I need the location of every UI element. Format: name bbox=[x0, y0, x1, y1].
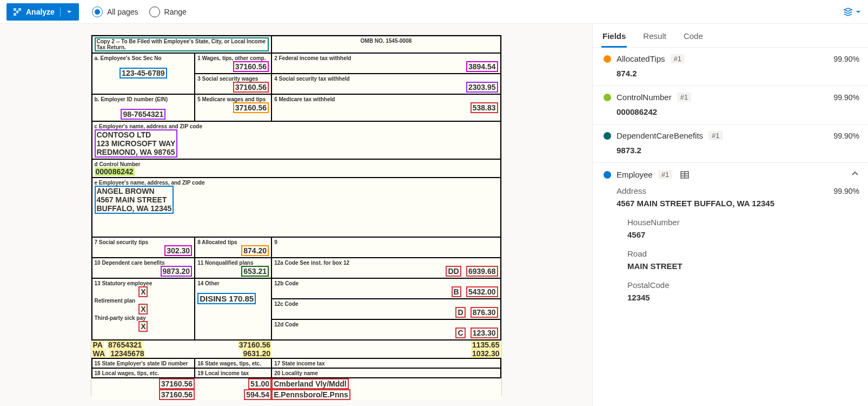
subfield-name: Road bbox=[627, 249, 859, 258]
doc-c-label: c Employer's name, address and ZIP code bbox=[95, 123, 203, 129]
document-viewer[interactable]: Copy 2 -- To Be Filed with Employee's St… bbox=[0, 24, 592, 406]
doc-box5-label: 5 Medicare wages and tips bbox=[197, 96, 266, 102]
analyze-icon bbox=[13, 8, 22, 16]
doc-e-l3: BUFFALO, WA 12345 bbox=[97, 204, 172, 213]
doc-lt1: 51.00 bbox=[248, 378, 271, 389]
doc-box18-label: 18 Local wages, tips, etc. bbox=[95, 370, 160, 376]
doc-box7-label: 7 Social security tips bbox=[95, 239, 149, 245]
doc-box12d-val: 123.30 bbox=[471, 328, 498, 338]
doc-box9-label: 9 bbox=[274, 239, 277, 245]
layers-icon bbox=[843, 7, 853, 17]
doc-third-x: X bbox=[138, 321, 148, 332]
field-name: ControlNumber bbox=[617, 93, 672, 102]
collapse-button[interactable] bbox=[851, 169, 859, 180]
doc-a-label: a. Employee's Soc Sec No bbox=[95, 55, 162, 61]
doc-box12a-label: 12a Code See inst. for box 12 bbox=[274, 260, 349, 266]
doc-st2: WA bbox=[92, 349, 107, 358]
field-value: 874.2 bbox=[617, 69, 859, 78]
doc-box10-label: 10 Dependent care benefits bbox=[95, 260, 165, 266]
doc-box13-label: 13 Statutory employee bbox=[95, 280, 153, 286]
field-badge: #1 bbox=[708, 131, 723, 140]
subfield-value: 4567 MAIN STREET BUFFALO, WA 12345 bbox=[617, 199, 859, 208]
doc-box12b-code: B bbox=[452, 286, 461, 297]
subfield-value: 4567 bbox=[627, 230, 859, 239]
fields-scroll[interactable]: AllocatedTips #1 99.90% 874.2 ControlNum… bbox=[593, 48, 868, 406]
radio-all-pages[interactable]: All pages bbox=[92, 6, 138, 17]
tab-fields[interactable]: Fields bbox=[601, 28, 627, 48]
radio-indicator bbox=[92, 6, 103, 17]
doc-box19-label: 19 Local income tax bbox=[197, 370, 249, 376]
subfield-house-number: HouseNumber 4567 bbox=[627, 218, 859, 239]
doc-box8: 874.20 bbox=[241, 245, 269, 256]
doc-box4-label: 4 Social security tax withheld bbox=[274, 76, 350, 82]
field-name: AllocatedTips bbox=[617, 54, 665, 63]
chevron-down-icon bbox=[66, 9, 72, 15]
doc-b-label: b. Employer ID number (EIN) bbox=[95, 96, 168, 102]
doc-box3: 37160.56 bbox=[233, 82, 269, 93]
field-employee[interactable]: Employee #1 Address 99.90% 4567 MAIN STR… bbox=[593, 163, 868, 310]
doc-box7: 302.30 bbox=[164, 245, 192, 256]
doc-copy-note: Copy 2 -- To Be Filed with Employee's St… bbox=[95, 37, 269, 51]
chevron-down-icon bbox=[855, 9, 862, 15]
doc-c-l3: REDMOND, WA 98765 bbox=[97, 148, 176, 156]
toolbar: Analyze All pages Range bbox=[0, 0, 868, 24]
field-confidence: 99.90% bbox=[834, 55, 859, 63]
doc-e-l2: 4567 MAIN STREET bbox=[97, 195, 172, 204]
field-value: 9873.2 bbox=[617, 146, 859, 155]
subfield-name: PostalCode bbox=[627, 280, 859, 290]
field-name: Employee bbox=[617, 170, 653, 179]
doc-retire-x: X bbox=[138, 304, 148, 315]
doc-box12b-val: 5432.00 bbox=[466, 286, 498, 297]
doc-box1-label: 1 Wages, tips, other comp. bbox=[197, 55, 266, 61]
layers-dropdown[interactable] bbox=[843, 7, 862, 17]
tab-result[interactable]: Result bbox=[642, 28, 667, 47]
doc-lw1: 37160.56 bbox=[159, 378, 195, 389]
doc-box20-label: 20 Locality name bbox=[274, 370, 318, 376]
doc-e-label: e Employee's name, address, and ZIP code bbox=[95, 180, 205, 186]
doc-box12b-label: 12b Code bbox=[274, 280, 299, 286]
field-value: 000086242 bbox=[617, 107, 859, 116]
right-panel: Fields Result Code AllocatedTips #1 99.9… bbox=[592, 24, 868, 406]
doc-box4: 2303.95 bbox=[466, 82, 498, 93]
doc-box15-label: 15 State Employer's state ID number bbox=[95, 361, 188, 366]
field-allocated-tips[interactable]: AllocatedTips #1 99.90% 874.2 bbox=[593, 48, 868, 86]
doc-box14-label: 14 Other bbox=[197, 280, 220, 286]
doc-box12c-val: 876.30 bbox=[471, 307, 498, 318]
field-control-number[interactable]: ControlNumber #1 99.90% 000086242 bbox=[593, 86, 868, 125]
doc-box12a-code: DD bbox=[446, 266, 461, 277]
subfield-road: Road MAIN STREET bbox=[627, 249, 859, 271]
doc-box11: 653.21 bbox=[241, 266, 269, 277]
radio-range[interactable]: Range bbox=[149, 6, 187, 17]
subfield-confidence: 99.90% bbox=[834, 187, 859, 195]
doc-box12d-label: 12d Code bbox=[274, 322, 299, 328]
page-range-group: All pages Range bbox=[92, 6, 187, 17]
doc-box17-label: 17 State income tax bbox=[274, 361, 324, 366]
doc-box12c-label: 12c Code bbox=[274, 301, 298, 307]
doc-e-l1: ANGEL BROWN bbox=[97, 187, 172, 195]
doc-box16-label: 16 State wages, tips, etc. bbox=[197, 361, 261, 366]
doc-loc1: Cmberland Vly/Mddl bbox=[271, 378, 349, 389]
doc-box2: 3894.54 bbox=[466, 61, 498, 72]
dot-icon bbox=[604, 132, 611, 140]
tab-code[interactable]: Code bbox=[683, 28, 704, 47]
field-confidence: 99.90% bbox=[834, 132, 859, 140]
doc-box11-label: 11 Nonqualified plans bbox=[197, 260, 253, 266]
doc-c-l2: 123 MICROSOFT WAY bbox=[97, 139, 176, 148]
doc-omb: OMB NO. 1545-0008 bbox=[361, 38, 412, 44]
main-split: Copy 2 -- To Be Filed with Employee's St… bbox=[0, 24, 868, 406]
subfield-name: Address bbox=[617, 186, 646, 195]
doc-ein: 98-7654321 bbox=[121, 109, 165, 120]
doc-box6-label: 6 Medicare tax withheld bbox=[274, 96, 335, 102]
doc-box5: 37160.56 bbox=[233, 102, 269, 113]
doc-loc2: E.Pennsboro/E.Pnns bbox=[271, 389, 350, 400]
analyze-button[interactable]: Analyze bbox=[6, 3, 79, 21]
field-dependent-care[interactable]: DependentCareBenefits #1 99.90% 9873.2 bbox=[593, 125, 868, 163]
doc-box14: DISINS 170.85 bbox=[197, 293, 256, 304]
doc-c-l1: CONTOSO LTD bbox=[97, 130, 176, 139]
chevron-up-icon bbox=[851, 169, 859, 178]
svg-rect-1 bbox=[14, 14, 16, 15]
subfield-address: Address 99.90% 4567 MAIN STREET BUFFALO,… bbox=[617, 186, 859, 208]
doc-retire-label: Retirement plan bbox=[95, 298, 136, 304]
doc-d-label: d Control Number bbox=[95, 161, 141, 167]
dot-icon bbox=[604, 94, 611, 101]
